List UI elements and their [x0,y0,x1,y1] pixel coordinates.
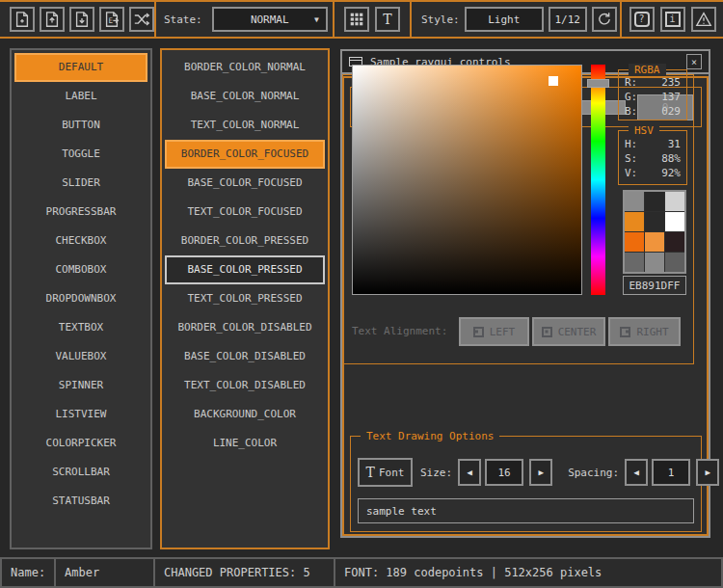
align-center-icon [542,327,552,337]
properties-list-item[interactable]: BORDER_COLOR_PRESSED [165,227,325,255]
hsv-rows: H: 31 S: 88% V: 92% [619,137,686,180]
align-left-button[interactable]: LEFT [459,317,529,346]
hsv-row: V: 92% [619,166,686,180]
properties-list-item[interactable]: BORDER_COLOR_NORMAL [165,53,325,82]
properties-list-item[interactable]: BORDER_COLOR_DISABLED [165,313,325,342]
font-button[interactable]: T Font [358,458,413,487]
sample-text-input[interactable]: sample text [358,498,694,523]
properties-list-item[interactable]: BACKGROUND_COLOR [165,400,325,429]
close-icon[interactable]: × [686,54,702,69]
size-value-box[interactable]: 16 [485,459,523,486]
controls-list-item[interactable]: BUTTON [14,111,147,140]
hue-slider-handle[interactable] [587,79,609,88]
font-button-label: Font [379,467,405,479]
hex-color-textbox[interactable]: EB891DFF [623,276,686,295]
style-name-value: Light [488,13,520,26]
properties-list-item[interactable]: LINE_COLOR [165,429,325,458]
controls-list-item[interactable]: DEFAULT [14,53,147,82]
spacing-increase-button[interactable]: ▶ [696,459,719,486]
rgba-row-label: G: [625,90,637,104]
export-file-button[interactable]: E [99,7,124,32]
properties-list-item[interactable]: TEXT_COLOR_DISABLED [165,371,325,400]
color-picker-gradient[interactable] [352,65,582,295]
controls-list-item[interactable]: COLORPICKER [14,429,147,458]
controls-list-item[interactable]: COMBOBOX [14,255,147,284]
align-center-button[interactable]: CENTER [532,317,605,346]
rgba-row: G: 137 [619,90,686,104]
save-file-button[interactable] [69,7,94,32]
color-swatch[interactable] [625,192,644,211]
size-decrease-button[interactable]: ◀ [458,459,481,486]
align-right-button-label: RIGHT [636,326,668,338]
color-swatch[interactable] [665,212,684,231]
text-tool-icon: T [383,12,391,27]
color-picker-cursor[interactable] [549,76,558,86]
hsv-row-value: 31 [668,137,681,151]
randomize-style-button[interactable] [129,7,154,32]
properties-list-item[interactable]: TEXT_COLOR_NORMAL [165,111,325,140]
color-swatch[interactable] [645,192,664,211]
hsv-row: S: 88% [619,151,686,166]
controls-list-item[interactable]: LABEL [14,82,147,111]
color-swatch[interactable] [625,253,644,272]
hue-slider[interactable] [591,65,605,295]
controls-list-item[interactable]: SLIDER [14,169,147,198]
spacing-value-box[interactable]: 1 [652,459,690,486]
spacing-decrease-button[interactable]: ◀ [625,459,648,486]
style-name-button[interactable]: Light [465,7,544,32]
grid-icon [348,11,365,28]
open-file-button[interactable] [40,7,65,32]
issue-report-button[interactable] [691,7,716,32]
controls-list-item[interactable]: DROPDOWNBOX [14,284,147,313]
rgba-row: B: 029 [619,104,686,119]
align-left-button-label: LEFT [490,326,516,338]
color-swatch[interactable] [625,212,644,231]
style-table-view-button[interactable] [344,7,369,32]
color-swatch[interactable] [645,253,664,272]
arrow-left-icon: ◀ [467,468,471,477]
controls-list-item[interactable]: SPINNER [14,371,147,400]
color-swatch[interactable] [665,192,684,211]
properties-list-item[interactable]: BASE_COLOR_NORMAL [165,82,325,111]
reload-style-button[interactable] [592,7,617,32]
controls-list-item[interactable]: CHECKBOX [14,227,147,255]
controls-list-item[interactable]: SCROLLBAR [14,458,147,487]
rgba-group-label: RGBA [629,64,666,76]
font-atlas-view-button[interactable]: T [375,7,400,32]
font-T-icon: T [366,466,375,479]
color-swatch[interactable] [625,232,644,252]
controls-list-item[interactable]: LISTVIEW [14,400,147,429]
color-swatch[interactable] [665,232,684,252]
size-label: Size: [420,467,452,479]
color-swatch[interactable] [645,212,664,231]
controls-list-item[interactable]: STATUSBAR [14,487,147,516]
properties-list-item[interactable]: BASE_COLOR_DISABLED [165,342,325,371]
color-swatch[interactable] [665,253,684,272]
style-name-input[interactable]: Amber [54,557,155,588]
properties-list-item[interactable]: TEXT_COLOR_FOCUSED [165,198,325,227]
properties-list-item[interactable]: BASE_COLOR_PRESSED [165,255,325,284]
controls-list-item[interactable]: PROGRESSBAR [14,198,147,227]
properties-list-item[interactable]: BASE_COLOR_FOCUSED [165,169,325,198]
toolbar-file-section: E [0,2,156,37]
controls-list-item[interactable]: TEXTBOX [14,313,147,342]
style-label: Style: [421,13,460,26]
help-button[interactable]: ? [629,7,655,32]
controls-list-item[interactable]: VALUEBOX [14,342,147,371]
properties-list-item[interactable]: BORDER_COLOR_FOCUSED [165,140,325,169]
info-button[interactable]: i [660,7,685,32]
arrow-left-icon: ◀ [633,468,638,477]
style-index-badge: 1/12 [549,7,587,32]
state-dropdown-value: NORMAL [251,13,289,26]
rgba-row-label: R: [625,75,637,90]
align-right-icon [620,327,630,337]
controls-list-item[interactable]: TOGGLE [14,140,147,169]
properties-list-item[interactable]: TEXT_COLOR_PRESSED [165,284,325,313]
state-dropdown[interactable]: NORMAL ▼ [212,7,328,32]
align-right-button[interactable]: RIGHT [608,317,681,346]
color-swatch[interactable] [645,232,664,252]
open-file-icon [43,11,61,28]
size-increase-button[interactable]: ▶ [529,459,552,486]
new-file-button[interactable] [10,7,35,32]
rguistyler-app: E State: NORMAL ▼ [0,0,723,588]
